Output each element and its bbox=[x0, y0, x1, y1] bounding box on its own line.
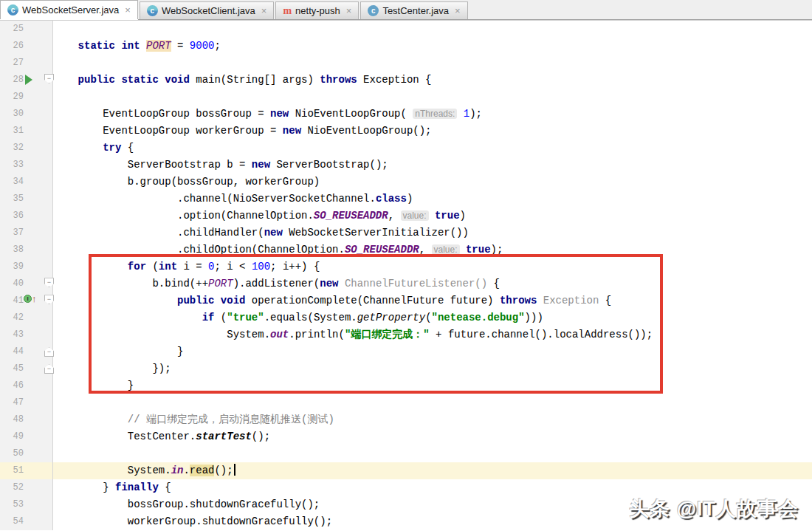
tab-netty-push[interactable]: mnetty-push× bbox=[275, 1, 359, 19]
tab-websocketserver-java[interactable]: cWebSocketServer.java× bbox=[0, 0, 138, 19]
fold-icon[interactable]: − bbox=[44, 278, 54, 287]
close-icon[interactable]: × bbox=[125, 4, 131, 16]
code-text[interactable]: static int PORT = 9000; bbox=[53, 38, 221, 55]
gutter[interactable]: 44− bbox=[0, 343, 53, 360]
gutter[interactable]: 52 bbox=[0, 479, 53, 496]
gutter[interactable]: 34 bbox=[0, 174, 53, 191]
gutter[interactable]: 50 bbox=[0, 445, 53, 462]
gutter[interactable]: 25 bbox=[0, 21, 53, 38]
code-line[interactable]: 36 .option(ChannelOption.SO_REUSEADDR, v… bbox=[0, 208, 812, 225]
code-text[interactable]: .channel(NioServerSocketChannel.class) bbox=[53, 191, 413, 208]
gutter[interactable]: 40− bbox=[0, 275, 53, 292]
code-text[interactable]: EventLoopGroup bossGroup = new NioEventL… bbox=[53, 106, 482, 123]
code-token: ); bbox=[469, 108, 482, 120]
code-line[interactable]: 33 ServerBootstrap b = new ServerBootstr… bbox=[0, 157, 812, 174]
gutter[interactable]: 41I↑− bbox=[0, 292, 53, 309]
code-text[interactable]: ServerBootstrap b = new ServerBootstrap(… bbox=[53, 157, 388, 174]
fold-icon[interactable]: − bbox=[44, 347, 54, 357]
code-text[interactable]: workerGroup.shutdownGracefully(); bbox=[53, 513, 332, 530]
code-line[interactable]: 28− public static void main(String[] arg… bbox=[0, 72, 812, 89]
code-line[interactable]: 42 if ("true".equals(System.getProperty(… bbox=[0, 309, 812, 326]
close-icon[interactable]: × bbox=[455, 5, 461, 16]
code-text[interactable]: TestCenter.startTest(); bbox=[53, 428, 270, 445]
gutter[interactable]: 29 bbox=[0, 89, 53, 106]
fold-icon[interactable]: − bbox=[44, 364, 54, 374]
gutter[interactable]: 37 bbox=[0, 225, 53, 241]
code-text[interactable]: b.bind(++PORT).addListener(new ChannelFu… bbox=[53, 275, 500, 292]
gutter[interactable]: 32 bbox=[0, 140, 53, 157]
code-line[interactable]: 38 .childOption(ChannelOption.SO_REUSEAD… bbox=[0, 241, 812, 258]
close-icon[interactable]: × bbox=[261, 5, 267, 16]
gutter[interactable]: 31 bbox=[0, 123, 53, 140]
tab-websocketclient-java[interactable]: cWebSocketClient.java× bbox=[140, 1, 275, 19]
gutter[interactable]: 47 bbox=[0, 394, 53, 411]
run-icon[interactable] bbox=[25, 75, 32, 85]
code-line[interactable]: 48 // 端口绑定完成，启动消息随机推送(测试) bbox=[0, 411, 812, 428]
code-line[interactable]: 31 EventLoopGroup workerGroup = new NioE… bbox=[0, 123, 812, 140]
gutter[interactable]: 43 bbox=[0, 326, 53, 343]
code-text[interactable]: public void operationComplete(ChannelFut… bbox=[53, 292, 611, 309]
code-line[interactable]: 49 TestCenter.startTest(); bbox=[0, 428, 812, 445]
close-icon[interactable]: × bbox=[346, 5, 352, 16]
code-text[interactable]: } bbox=[53, 343, 183, 360]
gutter[interactable]: 46 bbox=[0, 377, 53, 394]
gutter[interactable]: 35 bbox=[0, 191, 53, 208]
code-line[interactable]: 30 EventLoopGroup bossGroup = new NioEve… bbox=[0, 106, 812, 123]
code-text[interactable]: System.in.read(); bbox=[53, 462, 235, 479]
code-text[interactable]: // 端口绑定完成，启动消息随机推送(测试) bbox=[53, 411, 334, 428]
code-text[interactable]: public static void main(String[] args) t… bbox=[53, 72, 432, 89]
code-text[interactable]: for (int i = 0; i < 100; i++) { bbox=[53, 258, 320, 275]
gutter[interactable]: 48 bbox=[0, 411, 53, 428]
gutter[interactable]: 39 bbox=[0, 258, 53, 275]
code-line[interactable]: 52 } finally { bbox=[0, 479, 812, 496]
code-line[interactable]: 39 for (int i = 0; i < 100; i++) { bbox=[0, 258, 812, 275]
code-line[interactable]: 50 bbox=[0, 445, 812, 462]
gutter[interactable]: 51 bbox=[0, 462, 53, 479]
code-text[interactable]: .childHandler(new WebSocketServerInitial… bbox=[53, 225, 469, 241]
gutter[interactable]: 54 bbox=[0, 513, 53, 530]
gutter[interactable]: 26 bbox=[0, 38, 53, 55]
code-text[interactable]: .childOption(ChannelOption.SO_REUSEADDR,… bbox=[53, 241, 503, 258]
code-line[interactable]: 40− b.bind(++PORT).addListener(new Chann… bbox=[0, 275, 812, 292]
fold-icon[interactable]: − bbox=[44, 74, 54, 83]
code-line[interactable]: 25 bbox=[0, 21, 812, 38]
code-line[interactable]: 32 try { bbox=[0, 140, 812, 157]
gutter[interactable]: 27 bbox=[0, 55, 53, 72]
code-line[interactable]: 43 System.out.println("端口绑定完成：" + future… bbox=[0, 326, 812, 343]
gutter[interactable]: 36 bbox=[0, 208, 53, 225]
code-line[interactable]: 34 b.group(bossGroup, workerGroup) bbox=[0, 174, 812, 191]
code-text[interactable]: }); bbox=[53, 360, 171, 377]
code-line[interactable]: 47 bbox=[0, 394, 812, 411]
code-line[interactable]: 51 System.in.read(); bbox=[0, 462, 812, 479]
gutter[interactable]: 38 bbox=[0, 241, 53, 258]
gutter[interactable]: 28− bbox=[0, 72, 53, 89]
code-editor[interactable]: 2526 static int PORT = 9000;2728− public… bbox=[0, 21, 812, 531]
code-text[interactable]: System.out.println("端口绑定完成：" + future.ch… bbox=[53, 326, 653, 343]
code-line[interactable]: 29 bbox=[0, 89, 812, 106]
code-line[interactable]: 44− } bbox=[0, 343, 812, 360]
code-text[interactable]: bossGroup.shutdownGracefully(); bbox=[53, 496, 320, 513]
code-line[interactable]: 41I↑− public void operationComplete(Chan… bbox=[0, 292, 812, 309]
gutter[interactable]: 30 bbox=[0, 106, 53, 123]
code-text[interactable]: } finally { bbox=[53, 479, 171, 496]
code-line[interactable]: 46 } bbox=[0, 377, 812, 394]
code-line[interactable]: 27 bbox=[0, 55, 812, 72]
code-text[interactable]: .option(ChannelOption.SO_REUSEADDR, valu… bbox=[53, 208, 466, 225]
code-line[interactable]: 35 .channel(NioServerSocketChannel.class… bbox=[0, 191, 812, 208]
gutter[interactable]: 45− bbox=[0, 360, 53, 377]
gutter[interactable]: 49 bbox=[0, 428, 53, 445]
code-line[interactable]: 45− }); bbox=[0, 360, 812, 377]
fold-icon[interactable]: − bbox=[44, 295, 54, 304]
tab-testcenter-java[interactable]: cTestCenter.java× bbox=[360, 1, 467, 19]
code-text[interactable]: } bbox=[53, 377, 134, 394]
gutter[interactable]: 33 bbox=[0, 157, 53, 174]
implements-method-icon[interactable]: I↑ bbox=[24, 295, 37, 303]
code-text[interactable]: EventLoopGroup workerGroup = new NioEven… bbox=[53, 123, 432, 140]
code-text[interactable]: if ("true".equals(System.getProperty("ne… bbox=[53, 309, 543, 326]
code-line[interactable]: 26 static int PORT = 9000; bbox=[0, 38, 812, 55]
code-line[interactable]: 37 .childHandler(new WebSocketServerInit… bbox=[0, 225, 812, 241]
gutter[interactable]: 53 bbox=[0, 496, 53, 513]
gutter[interactable]: 42 bbox=[0, 309, 53, 326]
code-text[interactable]: b.group(bossGroup, workerGroup) bbox=[53, 174, 320, 191]
code-text[interactable]: try { bbox=[53, 140, 134, 157]
